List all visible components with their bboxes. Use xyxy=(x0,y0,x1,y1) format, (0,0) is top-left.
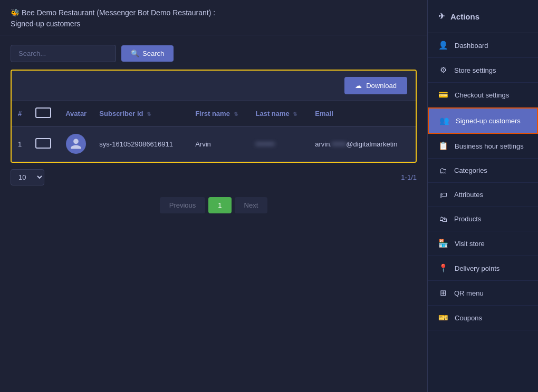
sidebar-item-label: Products xyxy=(454,215,481,223)
sidebar: ✈ Actions 👤 Dashboard ⚙ Store settings 💳… xyxy=(427,0,538,392)
store-name: 🐝 xyxy=(11,8,20,17)
sidebar-item-label: Business hour settings xyxy=(455,142,524,150)
attributes-icon: 🏷 xyxy=(438,190,448,199)
row-email: arvin.••••••@digitalmarketin xyxy=(310,126,416,162)
signed-up-customers-icon: 👥 xyxy=(439,116,449,125)
sidebar-item-label: Visit store xyxy=(455,240,485,248)
user-icon xyxy=(70,138,82,150)
products-icon: 🛍 xyxy=(438,214,448,223)
row-email-blurred: •••••• xyxy=(332,140,346,148)
table-row: 1 sys-1610529086616911 Arvin xyxy=(12,126,416,162)
pagination-area: 10 25 50 100 1-1/1 xyxy=(0,163,427,192)
row-last-name: •••••••• xyxy=(251,126,310,162)
row-subscriber-id: sys-1610529086616911 xyxy=(94,126,190,162)
page-1-button[interactable]: 1 xyxy=(208,197,231,213)
sidebar-item-categories[interactable]: 🗂 Categories xyxy=(428,159,538,183)
table-container: ☁ Download # Avatar Subscriber id ⇅ Firs… xyxy=(11,70,417,163)
sidebar-item-attributes[interactable]: 🏷 Attributes xyxy=(428,183,538,207)
pagination-info: 1-1/1 xyxy=(401,173,417,181)
per-page-select[interactable]: 10 25 50 100 xyxy=(11,169,44,185)
page-name: Signed-up customers xyxy=(11,18,417,30)
search-button[interactable]: 🔍 Search xyxy=(121,45,174,62)
search-bar: 🔍 Search xyxy=(0,35,427,70)
table-toolbar: ☁ Download xyxy=(12,71,416,101)
col-num: # xyxy=(12,101,28,126)
col-first-name: First name ⇅ xyxy=(190,101,250,126)
sidebar-item-label: Coupons xyxy=(455,314,482,322)
sidebar-item-label: QR menu xyxy=(454,289,484,297)
row-checkbox-cell xyxy=(28,126,58,162)
visit-store-icon: 🏪 xyxy=(438,239,448,248)
sidebar-item-qr-menu[interactable]: ⊞ QR menu xyxy=(428,281,538,306)
sidebar-item-delivery-points[interactable]: 📍 Delivery points xyxy=(428,256,538,281)
sidebar-item-label: Signed-up customers xyxy=(456,117,521,125)
col-last-name: Last name ⇅ xyxy=(251,101,310,126)
sidebar-item-store-settings[interactable]: ⚙ Store settings xyxy=(428,58,538,83)
sidebar-item-signed-up-customers[interactable]: 👥 Signed-up customers xyxy=(428,107,538,134)
sidebar-item-label: Dashboard xyxy=(455,42,488,50)
row-avatar xyxy=(58,126,94,162)
search-button-label: Search xyxy=(142,50,164,57)
sidebar-item-visit-store[interactable]: 🏪 Visit store xyxy=(428,231,538,256)
actions-label: Actions xyxy=(450,12,479,21)
row-first-name: Arvin xyxy=(190,126,250,162)
download-icon: ☁ xyxy=(355,82,362,90)
store-name-text: Bee Demo Restaurant (Messenger Bot Demo … xyxy=(22,8,215,17)
pagination-buttons: Previous 1 Next xyxy=(0,192,427,224)
table-header-row: # Avatar Subscriber id ⇅ First name ⇅ La… xyxy=(12,101,416,126)
sidebar-item-label: Checkout settings xyxy=(455,91,509,99)
customers-table: # Avatar Subscriber id ⇅ First name ⇅ La… xyxy=(12,101,416,162)
dashboard-icon: 👤 xyxy=(438,41,448,50)
categories-icon: 🗂 xyxy=(438,166,448,175)
col-email: Email xyxy=(310,101,416,126)
row-last-name-blurred: •••••••• xyxy=(256,140,275,148)
sidebar-item-label: Categories xyxy=(454,166,487,174)
search-input[interactable] xyxy=(11,45,116,62)
sidebar-item-label: Store settings xyxy=(454,66,496,74)
sidebar-item-checkout-settings[interactable]: 💳 Checkout settings xyxy=(428,83,538,107)
per-page-selector: 10 25 50 100 xyxy=(11,169,44,185)
prev-button[interactable]: Previous xyxy=(160,197,206,213)
coupons-icon: 🎫 xyxy=(438,313,448,322)
sidebar-item-business-hour-settings[interactable]: 📋 Business hour settings xyxy=(428,134,538,159)
main-area: 🐝 Bee Demo Restaurant (Messenger Bot Dem… xyxy=(0,0,427,392)
store-settings-icon: ⚙ xyxy=(438,65,448,75)
qr-menu-icon: ⊞ xyxy=(438,288,448,298)
delivery-points-icon: 📍 xyxy=(438,263,448,273)
avatar xyxy=(66,134,86,154)
row-email-domain: @digitalmarketin xyxy=(346,140,397,148)
sidebar-item-dashboard[interactable]: 👤 Dashboard xyxy=(428,33,538,58)
actions-icon: ✈ xyxy=(438,12,445,21)
select-all-checkbox[interactable] xyxy=(35,107,51,118)
business-hour-icon: 📋 xyxy=(438,141,448,151)
checkout-settings-icon: 💳 xyxy=(438,90,448,100)
sidebar-item-coupons[interactable]: 🎫 Coupons xyxy=(428,306,538,330)
row-email-prefix: arvin. xyxy=(315,140,332,148)
sidebar-item-label: Attributes xyxy=(454,191,483,199)
download-label: Download xyxy=(366,82,397,90)
sidebar-item-label: Delivery points xyxy=(455,264,499,272)
row-checkbox[interactable] xyxy=(35,138,51,149)
sidebar-actions-header: ✈ Actions xyxy=(428,0,538,33)
col-subscriber-id: Subscriber id ⇅ xyxy=(94,101,190,126)
search-icon: 🔍 xyxy=(131,50,139,57)
col-avatar: Avatar xyxy=(58,101,94,126)
sidebar-item-products[interactable]: 🛍 Products xyxy=(428,207,538,231)
download-button[interactable]: ☁ Download xyxy=(344,77,407,94)
page-header: 🐝 Bee Demo Restaurant (Messenger Bot Dem… xyxy=(0,0,427,35)
page-header-title: 🐝 Bee Demo Restaurant (Messenger Bot Dem… xyxy=(11,7,417,30)
next-button[interactable]: Next xyxy=(235,197,268,213)
row-num: 1 xyxy=(12,126,28,162)
col-checkbox xyxy=(28,101,58,126)
